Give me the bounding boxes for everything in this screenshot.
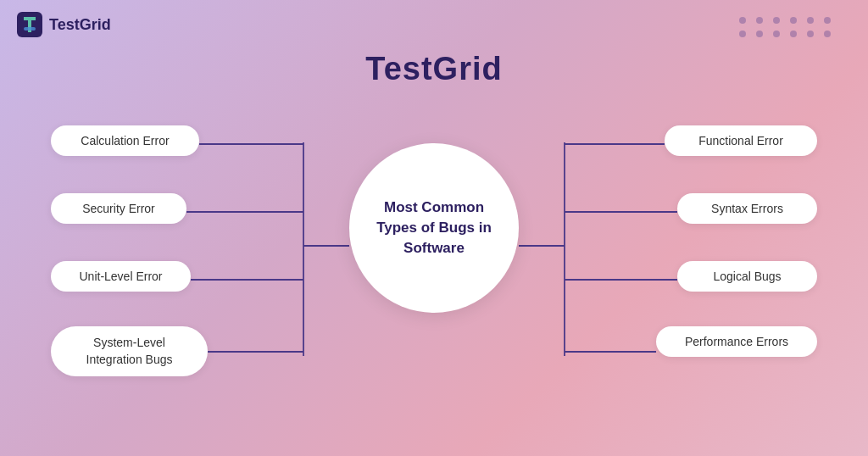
dot [756,17,763,24]
dot [790,17,797,24]
pill-functional-error: Functional Error [665,125,817,156]
logo: TestGrid [17,12,111,37]
dot [773,31,780,37]
dot [739,17,746,24]
dot [824,31,831,37]
dot [756,31,763,37]
svg-rect-2 [24,27,36,31]
pill-performance-errors: Performance Errors [656,326,817,357]
center-circle: Most Common Types of Bugs in Software [349,143,519,313]
pill-syntax-errors: Syntax Errors [677,193,817,224]
dot [807,31,814,37]
dot [824,17,831,24]
dot [739,31,746,37]
pill-calculation-error: Calculation Error [51,125,199,156]
pill-system-level-bugs: System-LevelIntegration Bugs [51,326,208,376]
decorative-dots [739,17,834,37]
dot [790,31,797,37]
dot [807,17,814,24]
logo-icon [17,12,42,37]
pill-unit-level-error: Unit-Level Error [51,261,191,292]
main-title: TestGrid [0,51,868,87]
pill-security-error: Security Error [51,193,186,224]
center-circle-text: Most Common Types of Bugs in Software [376,197,492,258]
dot [773,17,780,24]
logo-text: TestGrid [49,16,111,34]
pill-logical-bugs: Logical Bugs [677,261,817,292]
